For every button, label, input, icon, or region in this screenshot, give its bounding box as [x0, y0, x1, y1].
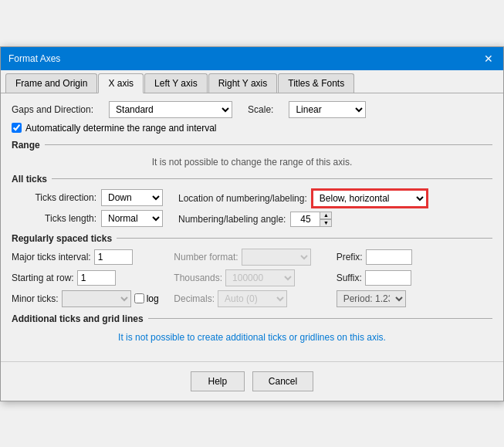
minor-ticks-row: Minor ticks: log: [12, 290, 167, 307]
regularly-spaced-header: Regularly spaced ticks: [12, 233, 492, 244]
minor-ticks-select[interactable]: [62, 290, 131, 307]
log-check-wrap: log: [134, 293, 159, 304]
gaps-direction-label: Gaps and Direction:: [12, 104, 93, 115]
tab-content: Gaps and Direction: Standard Scale: Line…: [1, 93, 503, 361]
angle-input[interactable]: [290, 212, 320, 227]
decimals-label: Decimals:: [174, 293, 215, 304]
thousands-row: Thousands: 100000: [174, 269, 330, 286]
auto-range-label: Automatically determine the range and in…: [25, 123, 216, 134]
decimals-select[interactable]: Auto (0): [218, 290, 287, 307]
format-axes-dialog: Format Axes ✕ Frame and Origin X axis Le…: [0, 46, 504, 401]
thousands-label: Thousands:: [174, 273, 222, 283]
starting-row-row: Starting at row:: [12, 269, 167, 286]
scale-label: Scale:: [248, 104, 273, 115]
angle-spinner: ▲ ▼: [320, 212, 332, 227]
range-section-header: Range: [12, 140, 492, 151]
number-format-row: Number format:: [174, 249, 330, 266]
major-ticks-label: Major ticks interval:: [12, 252, 91, 262]
help-button[interactable]: Help: [191, 371, 245, 391]
range-info-text: It is not possible to change the range o…: [12, 157, 492, 168]
tab-titles-fonts[interactable]: Titles & Fonts: [278, 73, 354, 93]
tab-left-y[interactable]: Left Y axis: [144, 73, 208, 93]
ticks-right-col: Location of numbering/labeling: Below, h…: [178, 189, 492, 227]
ticks-length-select[interactable]: Normal: [101, 210, 163, 227]
angle-up-button[interactable]: ▲: [320, 212, 332, 219]
auto-range-row: Automatically determine the range and in…: [12, 123, 492, 134]
suffix-input[interactable]: [365, 270, 411, 286]
number-format-label: Number format:: [174, 252, 238, 262]
location-label: Location of numbering/labeling:: [178, 193, 307, 204]
close-button[interactable]: ✕: [482, 52, 496, 66]
log-label: log: [147, 293, 159, 304]
prefix-label: Prefix:: [337, 252, 363, 262]
ticks-length-row: Ticks length: Normal: [12, 210, 163, 227]
prefix-input[interactable]: [366, 249, 412, 265]
decimals-row: Decimals: Auto (0): [174, 290, 330, 307]
additional-ticks-header: Additional ticks and grid lines: [12, 313, 492, 324]
log-checkbox[interactable]: [134, 293, 144, 303]
suffix-label: Suffix:: [337, 273, 362, 283]
thousands-select[interactable]: 100000: [225, 269, 295, 286]
scale-select[interactable]: Linear: [289, 101, 366, 118]
all-ticks-section-header: All ticks: [12, 174, 492, 185]
angle-row: Numbering/labeling angle: ▲ ▼: [178, 212, 492, 227]
number-format-select[interactable]: [242, 249, 311, 266]
title-bar: Format Axes ✕: [1, 47, 503, 70]
additional-ticks-info: It is not possible to create additional …: [12, 332, 492, 343]
tab-frame-origin[interactable]: Frame and Origin: [5, 73, 97, 93]
suffix-row: Suffix:: [337, 269, 492, 286]
ticks-direction-label: Ticks direction:: [12, 192, 96, 203]
bottom-bar: Help Cancel: [1, 361, 503, 401]
prefix-row: Prefix:: [337, 249, 492, 266]
tab-right-y[interactable]: Right Y axis: [208, 73, 278, 93]
major-ticks-row: Major ticks interval:: [12, 249, 167, 266]
tab-bar: Frame and Origin X axis Left Y axis Righ…: [1, 70, 503, 93]
dialog-title: Format Axes: [8, 53, 60, 64]
angle-field: ▲ ▼: [290, 212, 332, 227]
major-ticks-input[interactable]: [94, 249, 133, 265]
starting-row-input[interactable]: [77, 270, 116, 286]
minor-ticks-label: Minor ticks:: [12, 293, 59, 304]
location-select[interactable]: Below, horizontal: [312, 189, 428, 208]
ticks-left-col: Ticks direction: Down Ticks length: Norm…: [12, 189, 163, 227]
ticks-direction-row: Ticks direction: Down: [12, 189, 163, 206]
gaps-scale-row: Gaps and Direction: Standard Scale: Line…: [12, 101, 492, 118]
tab-x-axis[interactable]: X axis: [98, 73, 144, 93]
ticks-length-label: Ticks length:: [12, 213, 96, 224]
location-row: Location of numbering/labeling: Below, h…: [178, 189, 492, 208]
ticks-direction-select[interactable]: Down: [101, 189, 163, 206]
cancel-button[interactable]: Cancel: [252, 371, 313, 391]
gaps-direction-select[interactable]: Standard: [109, 101, 232, 118]
angle-down-button[interactable]: ▼: [320, 219, 332, 227]
starting-row-label: Starting at row:: [12, 273, 74, 283]
period-select[interactable]: Period: 1.23: [337, 290, 406, 307]
period-row: Period: 1.23: [337, 290, 492, 307]
auto-range-checkbox[interactable]: [12, 123, 22, 133]
angle-label: Numbering/labeling angle:: [178, 214, 286, 225]
